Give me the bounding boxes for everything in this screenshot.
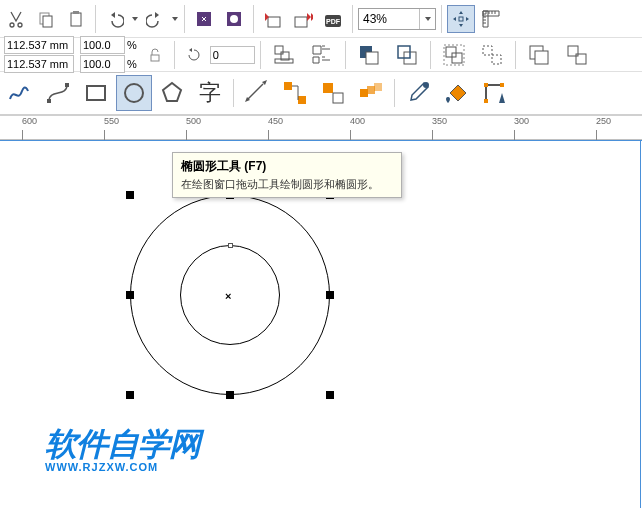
selection-handle[interactable] (126, 191, 134, 199)
separator (95, 5, 96, 33)
svg-rect-31 (87, 86, 105, 100)
export-button[interactable] (289, 5, 317, 33)
search-button[interactable] (190, 5, 218, 33)
selection-handle[interactable] (326, 291, 334, 299)
svg-point-6 (230, 15, 238, 23)
svg-rect-21 (452, 53, 462, 63)
lock-ratio-button[interactable] (141, 41, 169, 69)
order-back-button[interactable] (389, 37, 425, 73)
pdf-export-button[interactable]: PDF (319, 5, 347, 33)
separator (394, 79, 395, 107)
separator (184, 5, 185, 33)
percent-label: % (127, 58, 137, 70)
rectangle-tool[interactable] (78, 75, 114, 111)
rotate-icon (180, 41, 208, 69)
svg-text:PDF: PDF (326, 18, 341, 25)
svg-rect-24 (492, 55, 501, 64)
interactive-tool[interactable] (315, 75, 351, 111)
fill-tool[interactable] (438, 75, 474, 111)
import-button[interactable] (259, 5, 287, 33)
svg-rect-12 (151, 55, 159, 61)
svg-rect-38 (367, 86, 375, 94)
svg-rect-20 (446, 47, 456, 57)
scale-y-field[interactable] (80, 55, 125, 73)
selection-center-icon: × (225, 290, 231, 302)
svg-rect-17 (366, 52, 378, 64)
scale-fields: % % (78, 36, 139, 73)
selection-handle[interactable] (126, 391, 134, 399)
scale-x-field[interactable] (80, 36, 125, 54)
connector-tool[interactable] (277, 75, 313, 111)
tooltip: 椭圆形工具 (F7) 在绘图窗口拖动工具绘制圆形和椭圆形。 (172, 152, 402, 198)
treat-as-button[interactable] (304, 37, 340, 73)
zoom-combo[interactable] (358, 8, 436, 30)
node-handle[interactable] (228, 243, 233, 248)
svg-rect-37 (360, 89, 368, 97)
selection-handle[interactable] (226, 391, 234, 399)
text-tool[interactable]: 字 (192, 75, 228, 111)
redo-dropdown-icon[interactable] (171, 10, 179, 28)
pan-button[interactable] (447, 5, 475, 33)
svg-rect-23 (483, 46, 492, 55)
dimension-tool[interactable] (239, 75, 275, 111)
rulers-button[interactable] (477, 5, 505, 33)
ruler-tick: 350 (432, 116, 447, 126)
copy-button[interactable] (32, 5, 60, 33)
ungroup-button[interactable] (474, 37, 510, 73)
separator (174, 41, 175, 69)
guide-line (640, 140, 641, 508)
svg-rect-30 (65, 83, 69, 87)
ruler-tick: 550 (104, 116, 119, 126)
ruler-tick: 600 (22, 116, 37, 126)
freehand-tool[interactable] (2, 75, 38, 111)
paste-button[interactable] (62, 5, 90, 33)
svg-point-40 (423, 82, 429, 88)
polygon-tool[interactable] (154, 75, 190, 111)
svg-rect-13 (275, 46, 283, 54)
redo-button[interactable] (141, 5, 169, 33)
eyedropper-tool[interactable] (400, 75, 436, 111)
undo-button[interactable] (101, 5, 129, 33)
height-field[interactable] (4, 55, 74, 73)
size-fields (2, 36, 76, 73)
tooltip-title: 椭圆形工具 (F7) (181, 158, 393, 175)
horizontal-ruler: 600 550 500 450 400 350 300 250 (0, 116, 642, 140)
effects-tool[interactable] (353, 75, 389, 111)
undo-dropdown-icon[interactable] (131, 10, 139, 28)
break-button[interactable] (559, 37, 595, 73)
order-front-button[interactable] (351, 37, 387, 73)
zoom-dropdown-icon[interactable] (419, 9, 435, 29)
outline-tool[interactable] (476, 75, 512, 111)
combine-button[interactable] (521, 37, 557, 73)
separator (441, 5, 442, 33)
ruler-tick: 400 (350, 116, 365, 126)
ruler-tick: 500 (186, 116, 201, 126)
ellipse-tool[interactable] (116, 75, 152, 111)
align-button[interactable] (266, 37, 302, 73)
separator (430, 41, 431, 69)
separator (233, 79, 234, 107)
ruler-tick: 450 (268, 116, 283, 126)
zoom-input[interactable] (359, 12, 419, 26)
svg-rect-11 (459, 17, 463, 21)
svg-rect-7 (268, 17, 280, 27)
svg-rect-1 (43, 16, 52, 27)
app-launcher-button[interactable] (220, 5, 248, 33)
selection-handle[interactable] (326, 391, 334, 399)
svg-rect-33 (284, 82, 292, 90)
separator (345, 41, 346, 69)
group-button[interactable] (436, 37, 472, 73)
width-field[interactable] (4, 36, 74, 54)
rotation-field[interactable] (210, 46, 255, 64)
watermark: 软件自学网 WWW.RJZXW.COM (45, 423, 200, 473)
bezier-tool[interactable] (40, 75, 76, 111)
svg-point-32 (125, 84, 143, 102)
ruler-tick: 300 (514, 116, 529, 126)
tooltip-description: 在绘图窗口拖动工具绘制圆形和椭圆形。 (181, 177, 393, 192)
percent-label: % (127, 39, 137, 51)
cut-button[interactable] (2, 5, 30, 33)
svg-rect-22 (444, 45, 464, 65)
svg-rect-8 (295, 17, 307, 27)
selection-handle[interactable] (126, 291, 134, 299)
separator (253, 5, 254, 33)
